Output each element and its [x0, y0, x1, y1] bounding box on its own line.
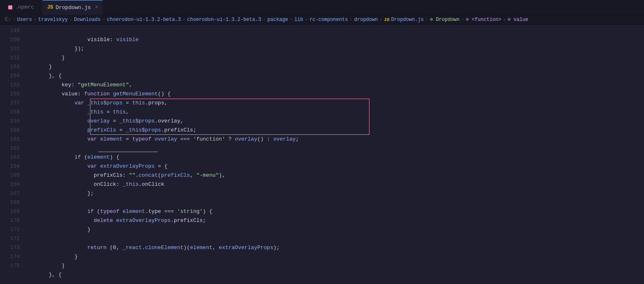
code-line-164: prefixCls: "".concat(prefixCls, "-menu")… — [26, 162, 644, 171]
ln-169: 169 — [0, 207, 20, 216]
code-line-174: } — [26, 252, 644, 261]
code-line-161 — [26, 135, 644, 144]
ln-161: 161 — [0, 135, 20, 144]
code-line-157: _this = this, — [26, 99, 644, 108]
ln-155: 155 — [0, 81, 20, 90]
breadcrumb-travelskyy: travelskyy — [38, 17, 68, 23]
tab-npmrc[interactable]: .npmrc — [3, 0, 39, 15]
breadcrumb-c: C: — [5, 17, 11, 23]
ln-152: 152 — [0, 53, 20, 62]
code-line-159: prefixCls = _this$props.prefixCls; — [26, 117, 644, 126]
editor: 149 150 151 152 153 154 155 156 157 158 … — [0, 25, 644, 284]
ln-157: 157 — [0, 99, 20, 108]
ln-165: 165 — [0, 171, 20, 180]
ln-164: 164 — [0, 162, 20, 171]
close-icon[interactable]: × — [95, 5, 98, 10]
code-line-168: if (typeof element.type === 'string') { — [26, 198, 644, 207]
tab-dropdown-js[interactable]: JS Dropdown.js × — [42, 0, 103, 15]
title-bar: .npmrc JS Dropdown.js × — [0, 0, 644, 15]
code-line-172: return (0, _react.cloneElement)(element,… — [26, 234, 644, 243]
code-area[interactable]: visible: visible }); } } }, { key: "getM… — [26, 25, 644, 284]
code-line-169: delete extraOverlayProps.prefixCls; — [26, 207, 644, 216]
ln-160: 160 — [0, 126, 20, 135]
code-line-160: var element = typeof overlay === 'functi… — [26, 126, 644, 135]
breadcrumb-pkg2: choerodon-ui-1.3.2-beta.3 — [187, 17, 261, 23]
code-line-171 — [26, 225, 644, 234]
code-line-152: } — [26, 53, 644, 62]
breadcrumb-value: ⊙ value — [508, 16, 528, 23]
code-line-149: visible: visible — [26, 26, 644, 35]
code-line-154: key: "getMenuElement", — [26, 72, 644, 81]
code-line-156: var _this$props = this.props, — [26, 90, 644, 99]
tab-active-label: Dropdown.js — [55, 5, 91, 11]
npmrc-icon — [8, 5, 12, 9]
ln-168: 168 — [0, 198, 20, 207]
code-line-150: }); — [26, 35, 644, 44]
code-line-166: }; — [26, 180, 644, 189]
ln-156: 156 — [0, 90, 20, 99]
js-file-icon: JS — [47, 5, 53, 10]
breadcrumb-rc-components: rc-components — [309, 17, 348, 23]
breadcrumb-function: ⊙ <function> — [466, 16, 501, 23]
breadcrumb-lib: lib — [294, 17, 303, 23]
breadcrumb-dropdown-js: Dropdown.js — [391, 17, 424, 23]
breadcrumb: C: › Users › travelskyy › Downloads › ch… — [0, 15, 644, 25]
ln-150: 150 — [0, 35, 20, 44]
breadcrumb-package: package — [268, 17, 288, 23]
ln-174: 174 — [0, 252, 20, 261]
code-line-175: }, { — [26, 261, 644, 270]
ln-154: 154 — [0, 72, 20, 81]
ln-149: 149 — [0, 26, 20, 35]
code-line-153: }, { — [26, 62, 644, 72]
breadcrumb-js-icon: JS — [384, 17, 390, 22]
ln-167: 167 — [0, 189, 20, 198]
code-line-158: overlay = _this$props.overlay, — [26, 108, 644, 117]
code-line-170: } — [26, 216, 644, 225]
code-line-163: var extraOverlayProps = { — [26, 153, 644, 162]
ln-162: 162 — [0, 144, 20, 153]
code-line-167 — [26, 189, 644, 198]
tab-npmrc-label: .npmrc — [15, 4, 34, 10]
code-line-155: value: function getMenuElement() { — [26, 81, 644, 90]
breadcrumb-dropdown-class: ⊙ Dropdown — [430, 16, 459, 23]
code-line-151: } — [26, 44, 644, 53]
line-numbers: 149 150 151 152 153 154 155 156 157 158 … — [0, 25, 26, 284]
breadcrumb-pkg1: choerodon-ui-1.3.2-beta.3 — [107, 17, 181, 23]
ln-173: 173 — [0, 243, 20, 252]
ln-166: 166 — [0, 180, 20, 189]
ln-151: 151 — [0, 44, 20, 53]
ln-171: 171 — [0, 225, 20, 234]
ln-172: 172 — [0, 234, 20, 243]
ln-159: 159 — [0, 117, 20, 126]
breadcrumb-downloads: Downloads — [74, 17, 101, 23]
ln-170: 170 — [0, 216, 20, 225]
breadcrumb-users: Users — [17, 17, 32, 23]
ln-153: 153 — [0, 62, 20, 72]
code-line-173: } — [26, 243, 644, 252]
breadcrumb-dropdown-dir: dropdown — [354, 17, 378, 23]
code-line-165: onClick: _this.onClick — [26, 171, 644, 180]
ln-175: 175 — [0, 261, 20, 270]
ln-158: 158 — [0, 108, 20, 117]
ln-163: 163 — [0, 153, 20, 162]
code-line-162: if (element) { — [26, 144, 644, 153]
